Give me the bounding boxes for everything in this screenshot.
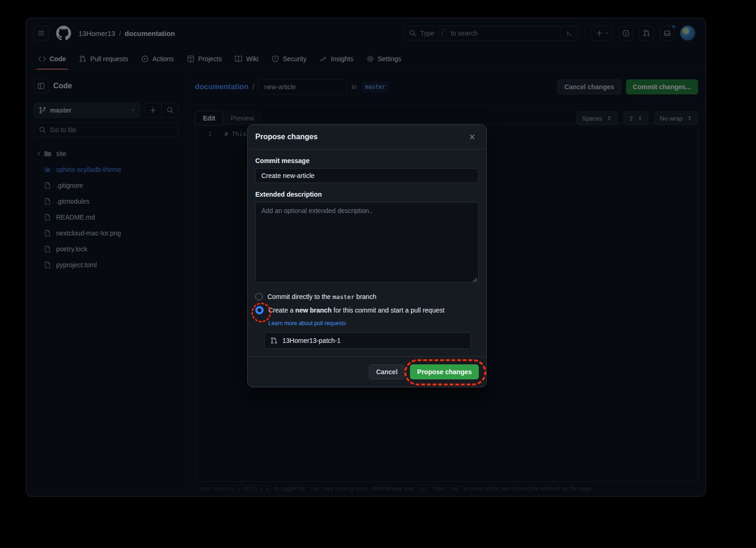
updown-arrows-icon [687, 115, 692, 121]
commit-changes-button[interactable]: Commit changes... [626, 79, 698, 94]
github-logo-icon[interactable] [56, 26, 71, 41]
close-icon [469, 134, 475, 140]
tab-code[interactable]: Code [32, 48, 72, 69]
go-to-file-field[interactable] [34, 122, 179, 137]
tree-item-sphinx-scylladb-theme[interactable]: sphinx-scylladb-theme [34, 162, 179, 178]
create-branch-option[interactable]: Create a new branch for this commit and … [255, 306, 479, 314]
git-pull-request-icon [270, 337, 278, 344]
breadcrumb-separator: / [119, 29, 121, 37]
file-tree-sidebar: Code master [26, 70, 186, 496]
tree-item-gitmodules[interactable]: .gitmodules [34, 193, 179, 209]
tab-insights[interactable]: Insights [313, 48, 360, 69]
tree-item-readme[interactable]: README.md [34, 209, 179, 225]
tab-settings[interactable]: Settings [360, 48, 408, 69]
graph-icon [319, 55, 327, 63]
global-search-input[interactable]: Type / to search [404, 26, 578, 41]
search-placeholder-pre: Type [420, 29, 434, 37]
issues-button[interactable] [619, 26, 634, 41]
slash-key-hint: / [438, 29, 447, 37]
notification-badge-dot [671, 24, 676, 29]
cancel-button[interactable]: Cancel [369, 364, 404, 379]
new-branch-name-input[interactable] [282, 337, 465, 344]
propose-changes-button[interactable]: Propose changes [410, 364, 479, 379]
path-separator: / [252, 83, 254, 91]
file-icon [44, 261, 51, 269]
sidebar-title: Code [53, 82, 72, 90]
commit-message-input[interactable] [255, 168, 479, 183]
target-branch-badge: master [361, 82, 389, 92]
pull-requests-button[interactable] [639, 26, 654, 41]
cancel-changes-button[interactable]: Cancel changes [557, 79, 621, 94]
collapse-panel-button[interactable] [34, 78, 49, 93]
header-divider [584, 28, 585, 38]
commit-direct-option[interactable]: Commit directly to the master branch [255, 293, 479, 300]
go-to-file-input[interactable] [50, 126, 173, 134]
file-icon [44, 214, 51, 221]
file-icon [44, 182, 51, 189]
search-placeholder-post: to search [451, 29, 478, 37]
inbox-icon [663, 29, 671, 37]
line-number: 1 [195, 130, 224, 137]
commit-direct-label: Commit directly to the master branch [267, 293, 376, 300]
tab-wiki[interactable]: Wiki [228, 48, 265, 69]
radio-commit-direct[interactable] [255, 293, 263, 300]
search-icon [166, 107, 174, 114]
file-icon [44, 198, 51, 205]
file-tree: site sphinx-scylladb-theme .gitignore .g… [34, 146, 179, 273]
branch-selector[interactable]: master [34, 103, 140, 118]
repo-link[interactable]: documentation [125, 29, 175, 37]
tree-item-pyproject-toml[interactable]: pyproject.toml [34, 257, 179, 273]
file-icon [44, 229, 51, 237]
extended-description-textarea[interactable] [255, 202, 479, 283]
notifications-button[interactable] [660, 26, 675, 41]
current-branch-label: master [50, 107, 72, 114]
kbd-tab: tab [308, 485, 322, 492]
new-branch-name-field[interactable] [264, 332, 471, 349]
learn-more-link[interactable]: Learn more about pull requests [268, 320, 479, 327]
tree-item-site[interactable]: site [34, 146, 179, 162]
accessibility-statusbar: UseControl + Shift + mto toggle thetabke… [200, 484, 701, 493]
play-circle-icon [141, 55, 149, 63]
command-palette-icon[interactable] [560, 28, 573, 38]
hamburger-menu-button[interactable] [34, 26, 49, 41]
resize-grip-icon[interactable] [473, 278, 477, 282]
plus-icon [149, 107, 157, 114]
git-pull-request-icon [79, 55, 86, 63]
submodule-folder-icon [44, 166, 51, 173]
tree-item-nextcloud-png[interactable]: nextcloud-mac-tor.png [34, 225, 179, 241]
filename-input[interactable] [258, 79, 347, 95]
file-icon [44, 245, 51, 253]
issue-opened-icon [622, 29, 630, 37]
git-pull-request-icon [643, 29, 650, 37]
github-window: 13Homer13 / documentation Type / to sear… [26, 18, 706, 497]
repo-root-link[interactable]: documentation [195, 83, 249, 91]
tree-item-poetry-lock[interactable]: poetry.lock [34, 241, 179, 257]
in-label: in [352, 83, 357, 91]
project-table-icon [187, 55, 194, 63]
search-this-repo-button[interactable] [161, 103, 178, 117]
side-panel-icon [37, 82, 45, 90]
repo-breadcrumb: 13Homer13 / documentation [79, 29, 175, 37]
tab-projects[interactable]: Projects [180, 48, 229, 69]
new-file-button[interactable] [144, 103, 161, 117]
user-avatar[interactable] [680, 26, 695, 41]
git-branch-icon [39, 107, 46, 114]
tab-pull-requests[interactable]: Pull requests [72, 48, 135, 69]
tab-security[interactable]: Security [265, 48, 313, 69]
chevron-down-icon [605, 31, 609, 36]
kbd-esc: esc [416, 485, 430, 492]
kbd-control-shift-m: Control + Shift + m [212, 485, 271, 492]
kbd-tab: tab [446, 485, 461, 492]
tree-item-gitignore[interactable]: .gitignore [34, 178, 179, 193]
search-icon [39, 126, 46, 134]
tab-actions[interactable]: Actions [135, 48, 180, 69]
commit-message-label: Commit message [255, 157, 479, 164]
gear-icon [367, 55, 374, 63]
radio-create-branch[interactable] [255, 306, 264, 314]
close-dialog-button[interactable] [466, 130, 479, 143]
create-new-button[interactable] [591, 26, 613, 41]
owner-link[interactable]: 13Homer13 [79, 29, 115, 37]
chevron-right-icon [34, 151, 44, 157]
repo-nav-tabs: Code Pull requests Actions Projects Wiki… [26, 48, 706, 70]
book-icon [235, 55, 242, 63]
